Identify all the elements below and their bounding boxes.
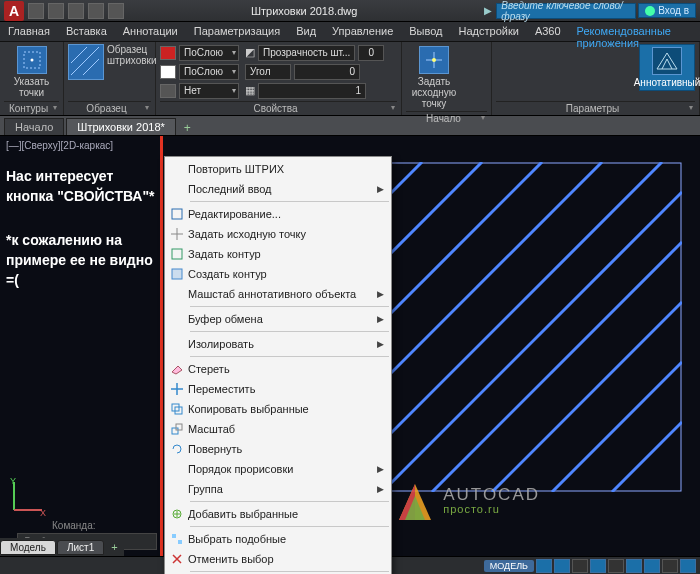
svg-rect-33 xyxy=(172,534,176,538)
make-boundary-icon xyxy=(166,266,188,282)
cm-clipboard[interactable]: Буфер обмена▶ xyxy=(166,309,390,329)
color-none-swatch[interactable] xyxy=(160,84,176,98)
status-ortho-icon[interactable] xyxy=(572,559,588,573)
color-white-swatch[interactable] xyxy=(160,65,176,79)
status-polar-icon[interactable] xyxy=(590,559,606,573)
cm-recent-input[interactable]: Последний ввод▶ xyxy=(166,179,390,199)
cm-rotate[interactable]: Повернуть xyxy=(166,439,390,459)
panel-title-pattern[interactable]: Образец▾ xyxy=(68,101,151,114)
cm-draw-order[interactable]: Порядок прорисовки▶ xyxy=(166,459,390,479)
ribbon-tab-recommended[interactable]: Рекомендованные приложения xyxy=(569,22,700,41)
svg-rect-34 xyxy=(178,540,182,544)
panel-title-contours[interactable]: Контуры▾ xyxy=(4,101,59,114)
cm-group[interactable]: Группа▶ xyxy=(166,479,390,499)
svg-line-11 xyxy=(382,162,542,322)
sign-in-label: Вход в xyxy=(658,5,689,16)
undo-icon[interactable] xyxy=(88,3,104,19)
cm-deselect[interactable]: Отменить выбор xyxy=(166,549,390,569)
scale-icon xyxy=(166,421,188,437)
doc-tab-start[interactable]: Начало xyxy=(4,118,64,135)
hatch-type-dropdown[interactable]: Нет xyxy=(179,83,239,99)
add-selected-icon xyxy=(166,506,188,522)
status-snap-icon[interactable] xyxy=(554,559,570,573)
sign-in-button[interactable]: Вход в xyxy=(638,3,696,18)
color-dropdown[interactable]: ПоСлою xyxy=(179,64,239,80)
set-origin-button[interactable]: Задать исходную точку xyxy=(406,44,462,111)
cm-make-boundary[interactable]: Создать контур xyxy=(166,264,390,284)
ribbon-tab-manage[interactable]: Управление xyxy=(324,22,401,41)
document-tabs: Начало Штриховки 2018* + xyxy=(0,116,700,136)
status-ws-icon[interactable] xyxy=(662,559,678,573)
transparency-input[interactable]: Прозрачность шт... xyxy=(258,45,355,61)
status-model-button[interactable]: МОДЕЛЬ xyxy=(484,560,534,572)
move-icon xyxy=(166,381,188,397)
color-swatch[interactable] xyxy=(160,46,176,60)
app-logo[interactable]: А xyxy=(4,1,24,21)
sheet-add-button[interactable]: + xyxy=(105,541,123,553)
cm-isolate[interactable]: Изолировать▶ xyxy=(166,334,390,354)
cm-set-origin[interactable]: Задать исходную точку xyxy=(166,224,390,244)
svg-line-16 xyxy=(492,302,682,492)
chevron-down-icon: ▾ xyxy=(391,103,397,112)
svg-rect-30 xyxy=(172,428,178,434)
svg-point-1 xyxy=(30,59,33,62)
panel-title-origin[interactable]: Начало▾ xyxy=(406,111,487,124)
ribbon-tab-parametric[interactable]: Параметризация xyxy=(186,22,288,41)
transparency-value[interactable]: 0 xyxy=(358,45,384,61)
ribbon-tab-insert[interactable]: Вставка xyxy=(58,22,115,41)
sheet-tabs: Модель Лист1 + xyxy=(0,538,124,556)
scale-icon: ▦ xyxy=(245,84,255,97)
cm-repeat[interactable]: Повторить ШТРИХ xyxy=(166,159,390,179)
svg-line-17 xyxy=(552,362,682,492)
ribbon-tab-output[interactable]: Вывод xyxy=(401,22,450,41)
status-custom-icon[interactable] xyxy=(680,559,696,573)
edit-icon xyxy=(166,206,188,222)
annotation-text: Нас интересует кнопка "СВОЙСТВА"* *к сож… xyxy=(6,166,158,314)
cm-scale[interactable]: Масштаб xyxy=(166,419,390,439)
cm-annotative-scale[interactable]: Машстаб аннотативного объекта▶ xyxy=(166,284,390,304)
status-annot-icon[interactable] xyxy=(644,559,660,573)
angle-value[interactable]: 0 xyxy=(294,64,360,80)
new-icon[interactable] xyxy=(28,3,44,19)
annotation-line xyxy=(160,136,163,556)
cm-select-similar[interactable]: Выбрать подобные xyxy=(166,529,390,549)
status-lwt-icon[interactable] xyxy=(626,559,642,573)
panel-title-properties[interactable]: Свойства▾ xyxy=(160,101,397,114)
cm-edit[interactable]: Редактирование... xyxy=(166,204,390,224)
status-osnap-icon[interactable] xyxy=(608,559,624,573)
hatch-pattern-swatch[interactable] xyxy=(68,44,104,80)
annotative-label: Аннотативный xyxy=(634,77,700,88)
cm-erase[interactable]: Стереть xyxy=(166,359,390,379)
sheet-tab-sheet1[interactable]: Лист1 xyxy=(57,540,104,555)
annotative-button[interactable]: Аннотативный xyxy=(639,44,695,91)
annotative-icon xyxy=(652,47,682,75)
svg-rect-26 xyxy=(172,249,182,259)
pick-points-button[interactable]: Указать точки xyxy=(4,44,59,100)
redo-icon[interactable] xyxy=(108,3,124,19)
cm-move[interactable]: Переместить xyxy=(166,379,390,399)
panel-title-options[interactable]: Параметры▾ xyxy=(496,101,695,114)
ribbon-tab-addons[interactable]: Надстройки xyxy=(451,22,527,41)
sheet-tab-model[interactable]: Модель xyxy=(0,540,56,555)
help-search-input[interactable]: Введите ключевое слово/фразу xyxy=(496,3,636,19)
ucs-icon[interactable]: Y X xyxy=(8,476,48,516)
scale-value[interactable]: 1 xyxy=(258,83,366,99)
cm-set-boundary[interactable]: Задать контур xyxy=(166,244,390,264)
viewport-label[interactable]: [—][Сверху][2D-каркас] xyxy=(6,140,113,151)
doc-tab-current[interactable]: Штриховки 2018* xyxy=(66,118,175,135)
svg-rect-27 xyxy=(172,269,182,279)
ribbon-tab-home[interactable]: Главная xyxy=(0,22,58,41)
status-grid-icon[interactable] xyxy=(536,559,552,573)
window-title: Штриховки 2018.dwg xyxy=(124,5,484,17)
ribbon-tab-annotate[interactable]: Аннотации xyxy=(115,22,186,41)
doc-tab-add[interactable]: + xyxy=(178,121,197,135)
save-icon[interactable] xyxy=(68,3,84,19)
user-icon xyxy=(645,6,655,16)
cm-copy[interactable]: Копировать выбранные xyxy=(166,399,390,419)
pick-points-label: Указать точки xyxy=(6,76,57,98)
open-icon[interactable] xyxy=(48,3,64,19)
layer-dropdown[interactable]: ПоСлою xyxy=(179,45,239,61)
ribbon-tab-a360[interactable]: A360 xyxy=(527,22,569,41)
cm-add-selected[interactable]: Добавить выбранные xyxy=(166,504,390,524)
ribbon-tab-view[interactable]: Вид xyxy=(288,22,324,41)
